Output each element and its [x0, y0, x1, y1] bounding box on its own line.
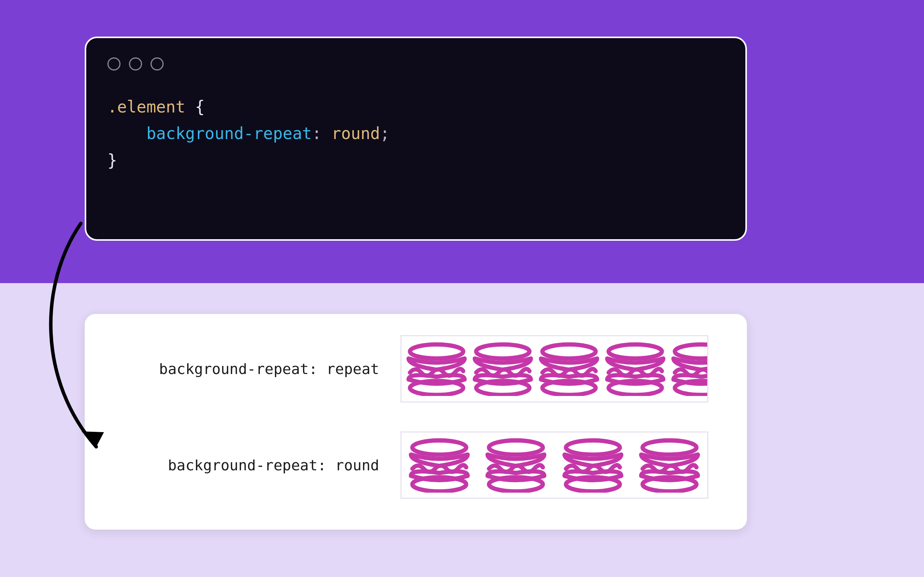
macaron-icon [600, 342, 670, 396]
svg-point-2 [476, 344, 529, 358]
macaron-icon [666, 342, 708, 396]
svg-point-5 [542, 381, 596, 394]
demo-row-repeat: background-repeat: repeat [117, 335, 720, 403]
code-selector: .element [107, 97, 185, 116]
window-dot-icon [107, 57, 121, 70]
svg-point-1 [410, 381, 463, 394]
macaron-icon [402, 342, 472, 396]
demo-card: background-repeat: repeat [85, 314, 747, 530]
svg-point-6 [609, 344, 662, 358]
svg-point-11 [412, 477, 466, 491]
svg-point-17 [643, 477, 696, 491]
svg-point-9 [675, 381, 708, 394]
code-colon: : [312, 124, 321, 143]
header-band: .element { background-repeat: round; } [0, 0, 924, 283]
svg-point-3 [476, 381, 529, 394]
demo-row-round: background-repeat: round [117, 431, 720, 499]
svg-point-0 [410, 344, 463, 358]
svg-point-7 [609, 381, 662, 394]
code-brace-open: { [195, 97, 205, 116]
code-semicolon: ; [380, 124, 390, 143]
demo-preview-repeat [400, 335, 708, 403]
svg-point-15 [566, 477, 620, 491]
svg-point-13 [489, 477, 543, 491]
macaron-icon [557, 438, 628, 493]
svg-point-16 [643, 440, 696, 455]
code-card: .element { background-repeat: round; } [85, 37, 747, 241]
macaron-icon [480, 438, 551, 493]
code-property: background-repeat [146, 124, 312, 143]
macaron-icon [634, 438, 705, 493]
svg-point-14 [566, 440, 620, 455]
svg-point-12 [489, 440, 543, 455]
macaron-icon [468, 342, 538, 396]
svg-point-4 [542, 344, 596, 358]
svg-point-10 [412, 440, 466, 455]
window-dot-icon [129, 57, 142, 70]
macaron-icon [534, 342, 604, 396]
demo-preview-round [400, 431, 708, 499]
code-brace-close: } [107, 151, 117, 170]
code-value: round [331, 124, 380, 143]
demo-label: background-repeat: repeat [117, 361, 379, 377]
svg-point-8 [675, 344, 708, 358]
demo-label: background-repeat: round [117, 457, 379, 474]
window-dot-icon [151, 57, 164, 70]
css-code-block: .element { background-repeat: round; } [107, 94, 724, 174]
macaron-icon [404, 438, 475, 493]
window-controls [107, 57, 724, 70]
